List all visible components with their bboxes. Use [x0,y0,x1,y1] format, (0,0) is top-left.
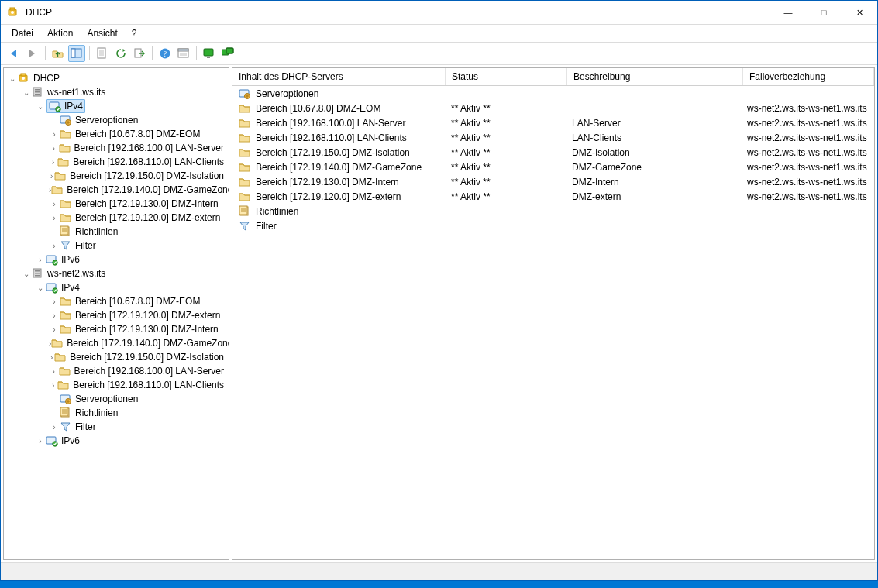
expand-toggle[interactable]: ⌄ [35,284,46,292]
expand-toggle[interactable]: › [35,256,46,264]
tree-scope[interactable]: ›Bereich [10.67.8.0] DMZ-EOM [4,127,229,141]
toolbar-separator [196,46,197,60]
expand-toggle[interactable]: › [35,437,46,445]
expand-toggle[interactable]: ⌄ [21,270,32,278]
tree-policies[interactable]: ▸Richtlinien [4,225,229,239]
filter-icon [239,220,251,232]
col-failover[interactable]: Failoverbeziehung [743,68,874,85]
tree-scope[interactable]: ›Bereich [172.19.120.0] DMZ-extern [4,211,229,225]
expand-toggle[interactable]: › [49,130,60,139]
list-row[interactable]: Bereich [172.19.150.0] DMZ-Isolation** A… [232,145,874,160]
tree-scope[interactable]: ›Bereich [172.19.130.0] DMZ-Intern [4,322,229,336]
list-row[interactable]: Bereich [192.168.110.0] LAN-Clients** Ak… [232,130,874,145]
tree-scope[interactable]: ›Bereich [192.168.100.0] LAN-Server [4,141,229,155]
dhcp-icon [18,72,30,84]
tree-scope[interactable]: ›Bereich [172.19.120.0] DMZ-extern [4,308,229,322]
tree-scope[interactable]: ›Bereich [172.19.140.0] DMZ-GameZone [4,183,229,197]
menu-bar: Datei Aktion Ansicht ? [1,25,877,43]
nav-back-button[interactable] [5,45,22,62]
nav-forward-button[interactable] [24,45,41,62]
list-row[interactable]: Bereich [172.19.130.0] DMZ-Intern** Akti… [232,174,874,189]
expand-toggle[interactable]: › [49,200,60,208]
window-title: DHCP [26,7,52,18]
expand-toggle[interactable]: ⌄ [21,88,32,97]
expand-toggle[interactable]: › [49,353,54,362]
expand-toggle[interactable]: › [49,144,59,153]
folder-icon [60,198,72,210]
tree-serveroptions[interactable]: ▸Serveroptionen [4,392,229,406]
properties-button[interactable] [94,45,111,62]
tree-server[interactable]: ⌄ws-net1.ws.its [4,85,229,99]
col-contents[interactable]: Inhalt des DHCP-Servers [232,68,446,85]
cell-failover: ws-net2.ws.its-ws-net1.ws.its [747,118,867,129]
close-button[interactable]: ✕ [842,1,877,24]
list-row[interactable]: Filter [232,218,874,233]
cell-name: Bereich [172.19.140.0] DMZ-GameZone [256,162,422,173]
list-row[interactable]: Bereich [10.67.8.0] DMZ-EOM** Aktiv **ws… [232,101,874,115]
minimize-button[interactable]: — [770,1,806,24]
col-status[interactable]: Status [446,68,567,85]
list-pane[interactable]: Inhalt des DHCP-Servers Status Beschreib… [232,67,875,560]
tree-ipv6[interactable]: ›IPv6 [4,434,229,448]
menu-file[interactable]: Datei [5,26,40,40]
up-level-button[interactable] [50,45,67,62]
tree-scope[interactable]: ›Bereich [10.67.8.0] DMZ-EOM [4,294,229,308]
maximize-button[interactable]: □ [806,1,842,24]
tree-item-label: Bereich [192.168.110.0] LAN-Clients [71,156,224,167]
add-server-button[interactable] [201,45,218,62]
expand-toggle[interactable]: ⌄ [7,74,18,83]
folder-icon [51,337,64,349]
expand-toggle[interactable]: › [49,172,54,181]
tree-scope[interactable]: ›Bereich [192.168.110.0] LAN-Clients [4,378,229,392]
tree-scope[interactable]: ›Bereich [192.168.110.0] LAN-Clients [4,155,229,169]
cell-name: Bereich [172.19.150.0] DMZ-Isolation [256,147,410,158]
col-description[interactable]: Beschreibung [567,68,743,85]
tree-pane[interactable]: ⌄DHCP⌄ws-net1.ws.its⌄IPv4▸Serveroptionen… [3,67,229,560]
menu-action[interactable]: Aktion [41,26,79,40]
list-row[interactable]: Serveroptionen [232,86,874,101]
cell-failover: ws-net2.ws.its-ws-net1.ws.its [747,191,867,202]
expand-toggle[interactable]: › [49,423,60,432]
export-list-button[interactable] [131,45,148,62]
menu-view[interactable]: Ansicht [81,26,123,40]
tree-scope[interactable]: ›Bereich [172.19.150.0] DMZ-Isolation [4,169,229,183]
expand-toggle[interactable]: › [49,381,57,390]
folder-icon [239,191,251,203]
tree-ipv6[interactable]: ›IPv6 [4,253,229,266]
policies-icon [239,205,251,218]
tree-policies[interactable]: ▸Richtlinien [4,406,229,420]
list-row[interactable]: Richtlinien [232,204,874,218]
cell-name: Filter [256,221,277,232]
menu-help[interactable]: ? [126,26,143,40]
tree-serveroptions[interactable]: ▸Serveroptionen [4,113,229,127]
tree-ipv4[interactable]: ⌄IPv4 [4,280,229,294]
expand-toggle[interactable]: › [49,297,60,306]
expand-toggle[interactable]: › [49,158,57,167]
tree-root[interactable]: ⌄DHCP [4,71,229,85]
tree-server[interactable]: ⌄ws-net2.ws.its [4,266,229,280]
tree-item-label: Richtlinien [74,407,118,418]
refresh-button[interactable] [112,45,129,62]
tree-filter[interactable]: ›Filter [4,239,229,253]
manage-servers-button[interactable] [219,45,236,62]
tree-scope[interactable]: ›Bereich [172.19.140.0] DMZ-GameZone [4,336,229,350]
options-button[interactable] [175,45,192,62]
help-button[interactable] [157,45,174,62]
filter-icon [60,239,72,252]
expand-toggle[interactable]: › [49,311,60,320]
list-row[interactable]: Bereich [172.19.140.0] DMZ-GameZone** Ak… [232,160,874,174]
list-row[interactable]: Bereich [192.168.100.0] LAN-Server** Akt… [232,115,874,130]
tree-scope[interactable]: ›Bereich [172.19.130.0] DMZ-Intern [4,197,229,211]
tree-scope[interactable]: ›Bereich [172.19.150.0] DMZ-Isolation [4,350,229,364]
toggle-tree-button[interactable] [68,45,85,62]
tree-filter[interactable]: ›Filter [4,420,229,434]
expand-toggle[interactable]: › [49,325,60,334]
expand-toggle[interactable]: › [49,242,60,250]
cell-name: Bereich [172.19.130.0] DMZ-Intern [256,177,399,187]
expand-toggle[interactable]: › [49,214,60,222]
tree-scope[interactable]: ›Bereich [192.168.100.0] LAN-Server [4,364,229,378]
expand-toggle[interactable]: ⌄ [35,102,46,111]
expand-toggle[interactable]: › [49,367,59,376]
tree-ipv4[interactable]: ⌄IPv4 [4,99,229,113]
list-row[interactable]: Bereich [172.19.120.0] DMZ-extern** Akti… [232,189,874,204]
